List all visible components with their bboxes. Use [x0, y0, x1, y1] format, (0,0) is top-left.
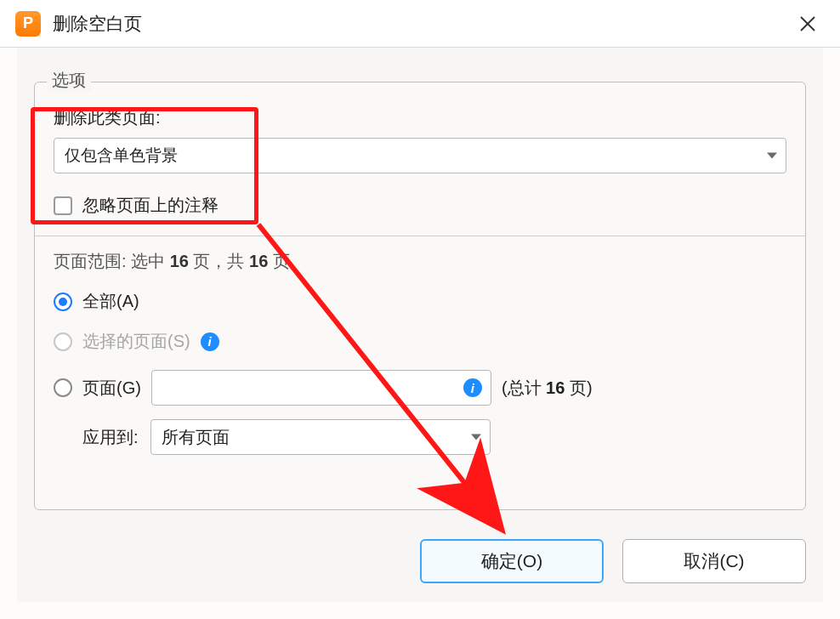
- window-title: 删除空白页: [53, 12, 142, 36]
- radio-selected-pages-row: 选择的页面(S) i: [54, 330, 786, 353]
- radio-all[interactable]: [54, 292, 72, 311]
- info-icon[interactable]: i: [201, 332, 219, 351]
- app-icon: P: [15, 11, 41, 37]
- ignore-annotations-label: 忽略页面上的注释: [82, 194, 219, 217]
- radio-all-row[interactable]: 全部(A): [54, 290, 786, 313]
- workspace: 选项 删除此类页面: 仅包含单色背景 忽略页面上的注释 页面范围: 选中 16 …: [17, 48, 823, 602]
- ignore-annotations-checkbox[interactable]: [54, 196, 72, 215]
- apply-to-dropdown[interactable]: 所有页面: [150, 419, 491, 455]
- delete-type-value: 仅包含单色背景: [65, 145, 178, 167]
- chevron-down-icon: [471, 434, 481, 440]
- total-prefix: (总计: [502, 378, 546, 397]
- dialog-footer: 确定(O) 取消(C): [17, 539, 806, 583]
- apply-to-label: 应用到:: [82, 426, 139, 449]
- range-mid: 页，共: [189, 252, 249, 270]
- ok-button[interactable]: 确定(O): [420, 539, 604, 583]
- radio-pages-label: 页面(G): [82, 377, 141, 400]
- divider: [35, 236, 805, 236]
- close-button[interactable]: [791, 7, 825, 41]
- info-icon[interactable]: i: [463, 378, 482, 397]
- chevron-down-icon: [767, 153, 777, 159]
- delete-type-dropdown[interactable]: 仅包含单色背景: [54, 138, 786, 173]
- radio-all-label: 全部(A): [82, 290, 139, 313]
- radio-pages-row[interactable]: 页面(G) i (总计 16 页): [54, 370, 786, 406]
- radio-pages[interactable]: [54, 378, 72, 397]
- titlebar: P 删除空白页: [0, 0, 840, 48]
- range-total-count: 16: [249, 252, 268, 270]
- total-pages-text: (总计 16 页): [502, 377, 593, 400]
- total-suffix: 页): [565, 378, 592, 397]
- pages-input[interactable]: i: [151, 370, 491, 406]
- total-count: 16: [546, 378, 565, 397]
- range-selected-count: 16: [170, 252, 189, 270]
- apply-to-row: 应用到: 所有页面: [54, 419, 786, 455]
- radio-selected-pages: [54, 332, 72, 351]
- range-suffix: 页: [268, 252, 290, 270]
- range-prefix: 页面范围: 选中: [54, 252, 170, 270]
- close-icon: [799, 15, 816, 32]
- options-legend: 选项: [47, 69, 91, 92]
- cancel-button[interactable]: 取消(C): [622, 539, 806, 583]
- apply-to-value: 所有页面: [162, 426, 230, 449]
- page-range-title: 页面范围: 选中 16 页，共 16 页: [54, 250, 786, 273]
- delete-type-label: 删除此类页面:: [54, 106, 786, 129]
- radio-selected-pages-label: 选择的页面(S): [82, 330, 190, 353]
- ignore-annotations-row[interactable]: 忽略页面上的注释: [54, 194, 786, 217]
- page-range-radios: 全部(A) 选择的页面(S) i 页面(G) i (总计 16 页): [54, 290, 786, 406]
- options-panel: 选项 删除此类页面: 仅包含单色背景 忽略页面上的注释 页面范围: 选中 16 …: [34, 82, 806, 510]
